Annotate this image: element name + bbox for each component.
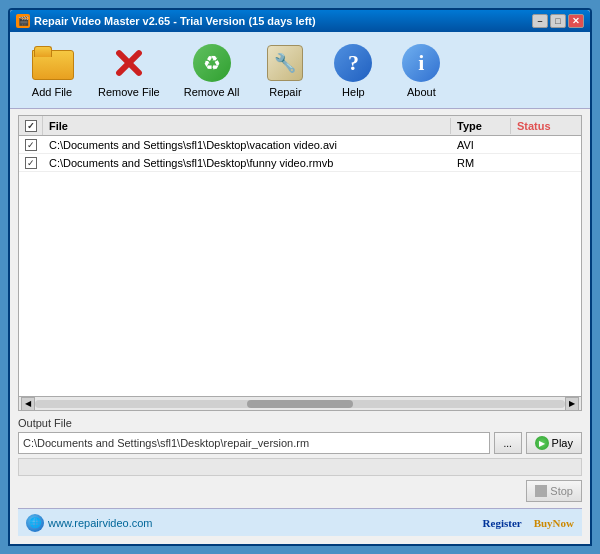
checkbox-icon[interactable] bbox=[25, 157, 37, 169]
add-file-button[interactable]: Add File bbox=[22, 40, 82, 100]
row-checkbox-1[interactable] bbox=[19, 139, 43, 151]
play-label: Play bbox=[552, 437, 573, 449]
header-file: File bbox=[43, 118, 451, 134]
add-file-icon bbox=[31, 42, 73, 84]
buynow-button[interactable]: BuyNow bbox=[534, 517, 574, 529]
list-header: File Type Status bbox=[19, 116, 581, 136]
bottom-panel: Output File ... ▶ Play Stop bbox=[10, 411, 590, 508]
row-file-1: C:\Documents and Settings\sfl1\Desktop\v… bbox=[43, 137, 451, 153]
website-url[interactable]: www.repairvideo.com bbox=[48, 517, 153, 529]
row-type-1: AVI bbox=[451, 137, 511, 153]
stop-icon bbox=[535, 485, 547, 497]
file-list: File Type Status C:\Documents and Settin… bbox=[18, 115, 582, 411]
globe-icon: 🌐 bbox=[26, 514, 44, 532]
status-left: 🌐 www.repairvideo.com bbox=[26, 514, 153, 532]
header-check bbox=[19, 116, 43, 135]
about-label: About bbox=[407, 86, 436, 98]
row-type-2: RM bbox=[451, 155, 511, 171]
progress-bar bbox=[18, 458, 582, 476]
output-file-input[interactable] bbox=[18, 432, 490, 454]
status-bar: 🌐 www.repairvideo.com Register BuyNow bbox=[18, 508, 582, 536]
remove-file-label: Remove File bbox=[98, 86, 160, 98]
title-controls: – □ ✕ bbox=[532, 14, 584, 28]
register-button[interactable]: Register bbox=[483, 517, 522, 529]
remove-file-button[interactable]: Remove File bbox=[90, 40, 168, 100]
play-button[interactable]: ▶ Play bbox=[526, 432, 582, 454]
row-file-2: C:\Documents and Settings\sfl1\Desktop\f… bbox=[43, 155, 451, 171]
add-file-label: Add File bbox=[32, 86, 72, 98]
output-file-label: Output File bbox=[18, 417, 582, 429]
scroll-right-arrow[interactable]: ▶ bbox=[565, 397, 579, 411]
help-button[interactable]: ? Help bbox=[323, 40, 383, 100]
scrollbar-track[interactable] bbox=[35, 400, 565, 408]
stop-row: Stop bbox=[18, 480, 582, 502]
close-button[interactable]: ✕ bbox=[568, 14, 584, 28]
remove-file-icon bbox=[108, 42, 150, 84]
title-bar: 🎬 Repair Video Master v2.65 - Trial Vers… bbox=[10, 10, 590, 32]
browse-button[interactable]: ... bbox=[494, 432, 522, 454]
help-icon: ? bbox=[332, 42, 374, 84]
row-checkbox-2[interactable] bbox=[19, 157, 43, 169]
about-button[interactable]: i About bbox=[391, 40, 451, 100]
window-title: Repair Video Master v2.65 - Trial Versio… bbox=[34, 15, 316, 27]
help-label: Help bbox=[342, 86, 365, 98]
header-status: Status bbox=[511, 118, 581, 134]
status-right: Register BuyNow bbox=[483, 517, 574, 529]
repair-label: Repair bbox=[269, 86, 301, 98]
maximize-button[interactable]: □ bbox=[550, 14, 566, 28]
horizontal-scrollbar[interactable]: ◀ ▶ bbox=[19, 396, 581, 410]
toolbar: Add File Remove File ♻ Remove All 🔧 Repa… bbox=[10, 32, 590, 109]
header-type: Type bbox=[451, 118, 511, 134]
scrollbar-thumb[interactable] bbox=[247, 400, 353, 408]
remove-all-button[interactable]: ♻ Remove All bbox=[176, 40, 248, 100]
row-status-2 bbox=[511, 161, 581, 165]
remove-all-label: Remove All bbox=[184, 86, 240, 98]
list-body: C:\Documents and Settings\sfl1\Desktop\v… bbox=[19, 136, 581, 396]
scroll-left-arrow[interactable]: ◀ bbox=[21, 397, 35, 411]
play-icon: ▶ bbox=[535, 436, 549, 450]
table-row[interactable]: C:\Documents and Settings\sfl1\Desktop\v… bbox=[19, 136, 581, 154]
about-icon: i bbox=[400, 42, 442, 84]
stop-button[interactable]: Stop bbox=[526, 480, 582, 502]
row-status-1 bbox=[511, 143, 581, 147]
checkbox-icon[interactable] bbox=[25, 139, 37, 151]
remove-all-icon: ♻ bbox=[191, 42, 233, 84]
minimize-button[interactable]: – bbox=[532, 14, 548, 28]
output-file-row: ... ▶ Play bbox=[18, 432, 582, 454]
title-bar-left: 🎬 Repair Video Master v2.65 - Trial Vers… bbox=[16, 14, 316, 28]
repair-button[interactable]: 🔧 Repair bbox=[255, 40, 315, 100]
app-icon: 🎬 bbox=[16, 14, 30, 28]
header-checkbox[interactable] bbox=[25, 120, 37, 132]
table-row[interactable]: C:\Documents and Settings\sfl1\Desktop\f… bbox=[19, 154, 581, 172]
stop-label: Stop bbox=[550, 485, 573, 497]
repair-icon: 🔧 bbox=[264, 42, 306, 84]
